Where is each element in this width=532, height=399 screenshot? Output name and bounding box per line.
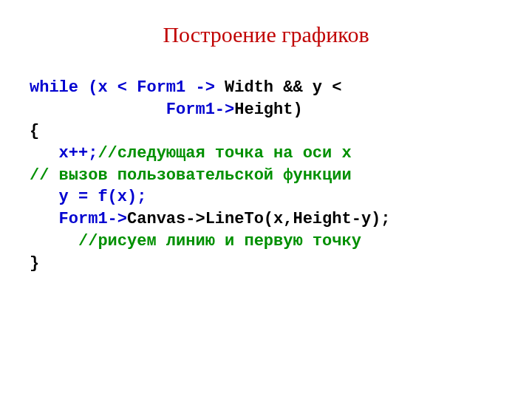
code-line-7b: Canvas->LineTo(x,Height-y);	[127, 210, 390, 228]
code-line-4b: //следующая точка на оси х	[98, 144, 351, 163]
code-line-5: // вызов пользовательской функции	[30, 166, 352, 185]
code-line-1a: while (x < Form1 ->	[30, 78, 225, 97]
code-line-1b: Width && y <	[225, 78, 341, 97]
code-line-6: y = f(x);	[30, 188, 146, 206]
slide: Построение графиков while (x < Form1 -> …	[0, 22, 532, 399]
code-line-3: {	[30, 122, 39, 140]
code-line-4a: x++;	[30, 144, 98, 163]
code-line-2b: Height)	[234, 100, 302, 119]
slide-title: Построение графиков	[0, 22, 532, 47]
code-line-8: //рисуем линию и первую точку	[30, 232, 361, 250]
code-line-7a: Form1->	[30, 210, 127, 228]
code-block: while (x < Form1 -> Width && y < Form1->…	[0, 77, 532, 274]
code-line-9: }	[30, 254, 39, 273]
code-line-2a: Form1->	[30, 100, 234, 119]
